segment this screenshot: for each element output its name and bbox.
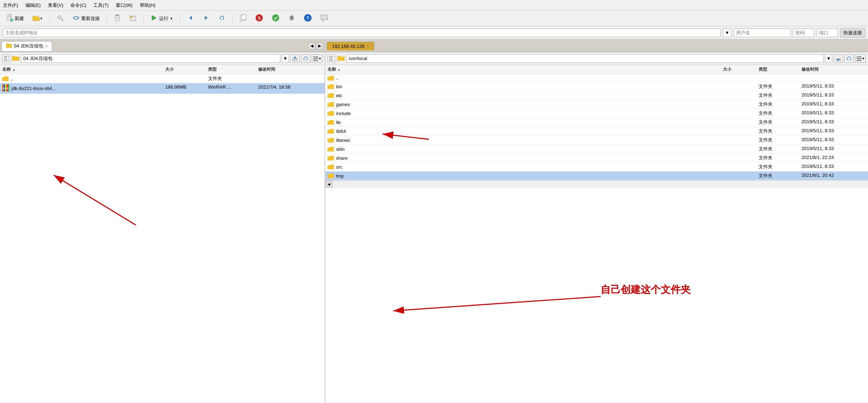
copy-button[interactable] [236, 13, 250, 24]
left-col-type[interactable]: 类型 [208, 66, 258, 73]
left-path-dropdown[interactable]: ▼ [282, 54, 289, 63]
remote-tab[interactable]: 192.168.40.128 × [327, 42, 374, 50]
quick-connect-button[interactable]: 快速连接 [840, 28, 865, 38]
list-item[interactable]: lib 文件夹 2019/5/11, 8:33 [325, 118, 868, 127]
run-button[interactable]: 运行 ▼ [147, 13, 176, 24]
key-button[interactable] [54, 13, 67, 24]
left-tab[interactable]: 04 JDK压缩包 × [1, 41, 52, 51]
svg-rect-47 [332, 56, 334, 61]
host-input[interactable] [3, 29, 721, 37]
remote-file-item-name: lib [327, 119, 723, 125]
folder-action-button[interactable] [126, 13, 140, 24]
remote-col-modified[interactable]: 修改时间 [802, 66, 866, 73]
list-item[interactable]: lib64 文件夹 2019/5/11, 8:33 [325, 127, 868, 136]
back-button[interactable] [184, 13, 197, 24]
clipboard-button[interactable] [110, 13, 124, 24]
forward-button[interactable] [199, 13, 213, 24]
folder-icon [327, 138, 334, 143]
settings-button[interactable] [285, 13, 299, 24]
list-item[interactable]: libexec 文件夹 2019/5/11, 8:33 [325, 136, 868, 145]
list-item[interactable]: sbin 文件夹 2019/5/11, 8:33 [325, 145, 868, 154]
folder-icon [327, 84, 334, 89]
key-icon [57, 14, 64, 23]
left-panel-toggle[interactable] [2, 54, 11, 63]
menu-command[interactable]: 命令(C) [70, 2, 86, 9]
svg-rect-32 [293, 59, 297, 61]
dragon-icon: S [255, 14, 263, 23]
left-refresh-button[interactable] [301, 54, 310, 63]
remote-path-input[interactable] [346, 54, 824, 63]
left-view-button[interactable]: ▼ [312, 54, 322, 63]
folder-icon [327, 173, 334, 178]
folder-icon [327, 155, 334, 160]
list-item[interactable]: RAR jdk-8u221-linux-x64... 186.06MB WinR… [0, 83, 325, 94]
toolbar-sep-2 [107, 14, 107, 24]
left-tab-close[interactable]: × [45, 44, 48, 48]
svg-line-9 [62, 19, 63, 20]
left-upload-button[interactable] [290, 54, 300, 63]
remote-path-dropdown[interactable]: ▼ [825, 54, 832, 63]
scroll-left-button[interactable]: ◀ [325, 181, 332, 188]
left-col-size[interactable]: 大小 [165, 66, 208, 73]
menu-window[interactable]: 窗口(W) [116, 2, 133, 9]
new-button[interactable]: + 新建 [3, 13, 27, 24]
username-input[interactable] [734, 29, 791, 37]
left-tab-label: 04 JDK压缩包 [14, 43, 43, 49]
remote-col-name[interactable]: 名称 ▲ [327, 66, 723, 73]
refresh-button[interactable] [215, 13, 229, 24]
open-folder-button[interactable]: ▼ [29, 13, 46, 24]
tab-next-button[interactable]: ▶ [316, 43, 323, 50]
left-col-name[interactable]: 名称 ▲ [2, 66, 165, 73]
verify-button[interactable] [268, 13, 283, 24]
menu-help[interactable]: 帮助(H) [140, 2, 156, 9]
run-label: 运行 [159, 15, 168, 22]
remote-folder-icon [337, 55, 345, 62]
remote-refresh-button[interactable] [844, 54, 854, 63]
svg-text:S: S [258, 16, 261, 21]
folder-icon [327, 102, 334, 107]
menu-tools[interactable]: 工具(T) [93, 2, 109, 9]
remote-download-button[interactable] [834, 54, 843, 63]
left-file-list: 名称 ▲ 大小 类型 修改时间 .. [0, 65, 325, 403]
list-item[interactable]: bin 文件夹 2019/5/11, 8:33 [325, 82, 868, 91]
left-path-input[interactable] [21, 54, 280, 63]
remote-tab-close[interactable]: × [366, 44, 369, 48]
port-input[interactable] [817, 29, 838, 37]
list-item[interactable]: games 文件夹 2019/5/11, 8:33 [325, 100, 868, 109]
remote-view-button[interactable]: ▼ [855, 54, 866, 63]
right-panel: 192.168.40.128 × ▼ [325, 39, 868, 403]
reconnect-button[interactable]: 重新连接 [69, 13, 103, 24]
remote-panel-toggle[interactable] [327, 54, 336, 63]
menu-file[interactable]: 文件(F) [3, 2, 18, 9]
svg-rect-31 [7, 56, 9, 61]
logo-button[interactable]: S [252, 13, 266, 24]
list-item[interactable]: src 文件夹 2019/5/11, 8:33 [325, 163, 868, 171]
back-icon [187, 14, 194, 23]
run-icon [151, 14, 158, 23]
remote-col-type[interactable]: 类型 [759, 66, 802, 73]
list-item[interactable]: .. [325, 74, 868, 82]
help-icon: ? [304, 14, 312, 23]
folder-icon [327, 93, 334, 98]
list-item[interactable]: share 文件夹 2021/8/1, 22:24 [325, 154, 868, 163]
host-dropdown[interactable]: ▼ [723, 29, 731, 37]
tab-prev-button[interactable]: ◀ [308, 43, 315, 50]
remote-tab-label: 192.168.40.128 [332, 44, 364, 49]
remote-sort-arrow: ▲ [337, 68, 341, 71]
folder-icon [2, 76, 9, 81]
left-col-modified[interactable]: 修改时间 [258, 66, 322, 73]
menu-edit[interactable]: 编辑(E) [25, 2, 41, 9]
list-item[interactable]: etc 文件夹 2019/5/11, 8:33 [325, 91, 868, 100]
folder-dropdown-arrow: ▼ [40, 17, 43, 20]
menu-view[interactable]: 查看(V) [48, 2, 63, 9]
remote-col-size[interactable]: 大小 [723, 66, 759, 73]
password-input[interactable] [793, 29, 814, 37]
svg-rect-52 [857, 58, 862, 59]
remote-address-bar: ▼ ▼ [325, 52, 868, 65]
list-item[interactable]: .. 文件夹 [0, 74, 325, 83]
list-item[interactable]: include 文件夹 2019/5/11, 8:33 [325, 109, 868, 118]
list-item[interactable]: tmp 文件夹 2021/8/1, 20:42 [325, 171, 868, 180]
svg-text:+: + [11, 18, 13, 21]
chat-button[interactable] [317, 13, 331, 24]
help-button[interactable]: ? [301, 13, 315, 24]
